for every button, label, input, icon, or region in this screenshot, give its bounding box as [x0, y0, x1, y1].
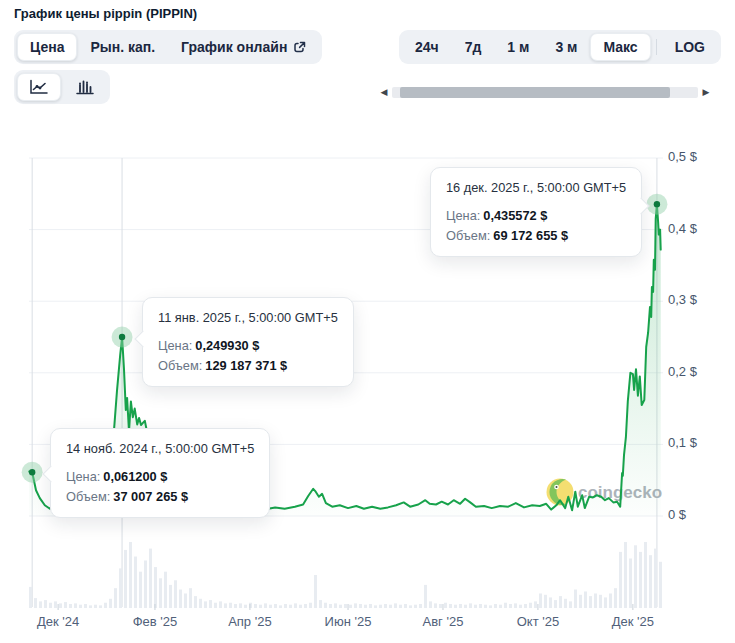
tooltip-volume-row: Объем:69 172 655 $ — [446, 228, 626, 243]
y-axis-label: 0,4 $ — [668, 221, 728, 236]
x-axis-label: Авг '25 — [408, 614, 478, 629]
tooltip-volume-value: 129 187 371 $ — [205, 358, 287, 373]
tooltip-price-value: 0,061200 $ — [103, 469, 167, 484]
tooltip-price-value: 0,249930 $ — [195, 338, 259, 353]
x-axis-label: Окт '25 — [503, 614, 573, 629]
x-axis-label: Дек '24 — [23, 614, 93, 629]
price-chart-panel: График цены pippin (PIPPIN) Цена Рын. ка… — [0, 0, 735, 643]
tooltip-price-label: Цена: — [158, 338, 192, 353]
tooltip-volume-row: Объем:37 007 265 $ — [66, 489, 254, 504]
tooltip-price-row: Цена:0,061200 $ — [66, 469, 254, 484]
x-axis-label: Апр '25 — [215, 614, 285, 629]
tooltip-price-row: Цена:0,249930 $ — [158, 338, 338, 353]
tooltip-price-row: Цена:0,435572 $ — [446, 208, 626, 223]
tooltip-price-label: Цена: — [446, 208, 480, 223]
tooltip-volume-label: Объем: — [158, 358, 202, 373]
y-axis-label: 0,5 $ — [668, 149, 728, 164]
tooltip-date: 14 нояб. 2024 г., 5:00:00 GMT+5 — [66, 441, 254, 456]
x-axis-label: Дек '25 — [598, 614, 668, 629]
tooltip-volume-label: Объем: — [66, 489, 110, 504]
tooltip-date: 11 янв. 2025 г., 5:00:00 GMT+5 — [158, 310, 338, 325]
y-axis-label: 0 $ — [668, 507, 728, 522]
tooltip-volume-value: 69 172 655 $ — [493, 228, 568, 243]
volume-bars — [29, 542, 662, 608]
tooltip-price-label: Цена: — [66, 469, 100, 484]
tooltip-nov-2024: 14 нояб. 2024 г., 5:00:00 GMT+5 Цена:0,0… — [50, 428, 270, 518]
y-axis-label: 0,2 $ — [668, 364, 728, 379]
tooltip-volume-value: 37 007 265 $ — [113, 489, 188, 504]
tooltip-jan-2025: 11 янв. 2025 г., 5:00:00 GMT+5 Цена:0,24… — [142, 297, 354, 387]
price-chart[interactable]: coingecko — [0, 0, 735, 643]
y-axis-label: 0,1 $ — [668, 435, 728, 450]
y-axis-label: 0,3 $ — [668, 292, 728, 307]
tooltip-volume-label: Объем: — [446, 228, 490, 243]
tooltip-volume-row: Объем:129 187 371 $ — [158, 358, 338, 373]
tooltip-price-value: 0,435572 $ — [483, 208, 547, 223]
x-axis-label: Фев '25 — [120, 614, 190, 629]
tooltip-date: 16 дек. 2025 г., 5:00:00 GMT+5 — [446, 180, 626, 195]
tooltip-dec-2025: 16 дек. 2025 г., 5:00:00 GMT+5 Цена:0,43… — [430, 167, 642, 257]
x-axis-label: Июн '25 — [313, 614, 383, 629]
